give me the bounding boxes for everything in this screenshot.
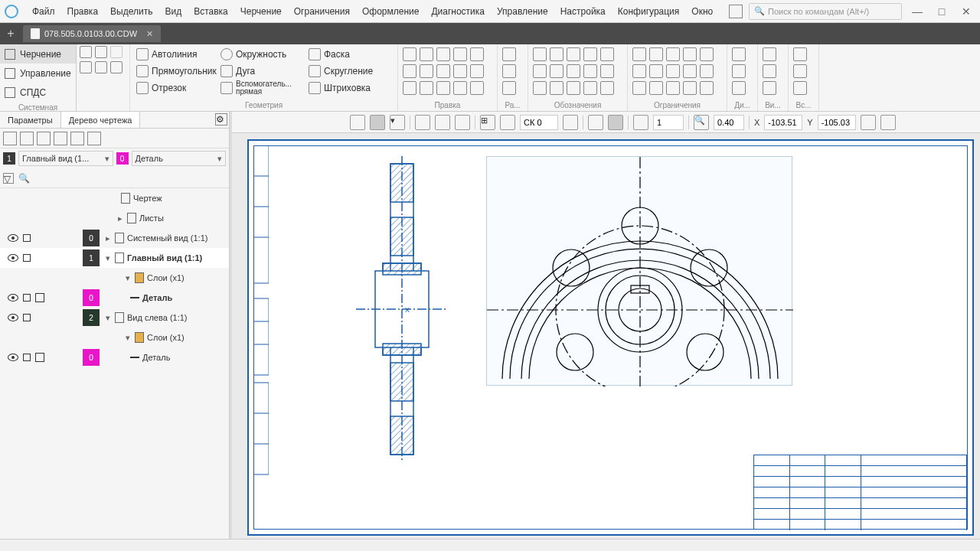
open-file-icon[interactable] (95, 46, 107, 58)
annot-tool-icon[interactable] (600, 64, 614, 78)
print-icon[interactable] (80, 61, 92, 73)
insert-tool-icon[interactable] (793, 47, 807, 61)
view-tool-icon[interactable] (763, 47, 776, 61)
menu-config[interactable]: Конфигурация (612, 3, 686, 20)
menu-diag[interactable]: Диагностика (425, 3, 491, 20)
sidebar-tab-params[interactable]: Параметры (0, 112, 61, 128)
edit-tool-icon[interactable] (403, 47, 416, 61)
annot-tool-icon[interactable] (600, 81, 614, 95)
annot-tool-icon[interactable] (567, 64, 580, 78)
expand-icon[interactable]: ▾ (124, 333, 132, 343)
eyedropper-icon[interactable] (880, 115, 896, 130)
drawing-canvas[interactable]: X (232, 133, 980, 551)
brush-mode-icon[interactable] (370, 115, 385, 130)
save-icon[interactable] (110, 46, 122, 58)
tab-close-button[interactable]: ✕ (146, 29, 153, 39)
sidebar-settings-icon[interactable]: ⚙ (215, 113, 227, 126)
ribbon-tab-drawing[interactable]: Черчение (0, 44, 76, 64)
annot-tool-icon[interactable] (550, 47, 564, 61)
edit-tool-icon[interactable] (403, 81, 416, 95)
edit-tool-icon[interactable] (436, 47, 450, 61)
maximize-button[interactable]: □ (933, 2, 951, 21)
constr-tool-icon[interactable] (666, 47, 680, 61)
tree-node-leftview[interactable]: 2 ▾Вид слева (1:1) (0, 308, 229, 328)
tree-node-sysview[interactable]: 0 ▸Системный вид (1:1) (0, 228, 229, 248)
constr-tool-icon[interactable] (683, 81, 697, 95)
cs-select[interactable] (520, 115, 558, 130)
tree-tool-icon[interactable] (54, 132, 67, 145)
scale-input[interactable] (653, 115, 684, 130)
snap-toggle-icon[interactable] (415, 115, 430, 130)
fillet-button[interactable]: Скругление (305, 63, 376, 80)
visibility-icon[interactable] (8, 354, 18, 361)
lock-icon[interactable] (23, 314, 31, 321)
constr-tool-icon[interactable] (700, 47, 714, 61)
constr-tool-icon[interactable] (700, 64, 714, 78)
annot-tool-icon[interactable] (583, 81, 597, 95)
close-button[interactable]: ✕ (957, 2, 975, 21)
constr-tool-icon[interactable] (649, 47, 663, 61)
measure-icon[interactable] (861, 115, 876, 130)
props-icon[interactable] (110, 61, 122, 73)
edit-tool-icon[interactable] (453, 81, 467, 95)
print-icon[interactable] (35, 293, 44, 302)
snap-toggle-icon[interactable] (435, 115, 450, 130)
layer-select[interactable]: Деталь (132, 151, 227, 166)
menu-draw[interactable]: Черчение (234, 3, 288, 20)
command-search-input[interactable]: 🔍 Поиск по командам (Alt+/) (749, 3, 902, 20)
annot-tool-icon[interactable] (600, 47, 614, 61)
menu-insert[interactable]: Вставка (188, 3, 234, 20)
auxline-button[interactable]: Вспомогатель... прямая (217, 80, 305, 96)
add-tab-button[interactable]: + (3, 26, 18, 41)
lock-icon[interactable] (23, 234, 31, 242)
expand-icon[interactable]: ▸ (104, 233, 112, 243)
constr-tool-icon[interactable] (649, 81, 663, 95)
dropdown-icon[interactable]: ▾ (390, 115, 405, 130)
ortho2-icon[interactable] (608, 115, 623, 130)
tree-tool-icon[interactable] (87, 132, 101, 145)
edit-tool-icon[interactable] (436, 81, 450, 95)
diag-tool-icon[interactable] (732, 47, 746, 61)
tree-node-detail[interactable]: 0 Деталь (0, 347, 229, 367)
arc-button[interactable]: Дуга (217, 63, 305, 80)
expand-icon[interactable]: ▾ (104, 253, 112, 263)
constr-tool-icon[interactable] (632, 47, 646, 61)
menu-window[interactable]: Окно (685, 3, 719, 20)
cs-icon[interactable] (500, 115, 515, 130)
annot-tool-icon[interactable] (533, 81, 547, 95)
grid-icon[interactable]: ⊞ (480, 115, 495, 130)
view-select[interactable]: Главный вид (1... (18, 151, 113, 166)
expand-icon[interactable]: ▾ (124, 273, 132, 283)
insert-tool-icon[interactable] (793, 81, 807, 95)
annot-tool-icon[interactable] (567, 47, 580, 61)
edit-tool-icon[interactable] (453, 47, 467, 61)
zoom-input[interactable] (714, 115, 744, 130)
constr-tool-icon[interactable] (632, 81, 646, 95)
filter-icon[interactable]: ▽ (3, 173, 14, 184)
preview-icon[interactable] (95, 61, 107, 73)
edit-tool-icon[interactable] (420, 64, 433, 78)
cs-edit-icon[interactable] (563, 115, 578, 130)
zoom-icon[interactable]: 🔍 (694, 115, 709, 130)
visibility-icon[interactable] (8, 314, 18, 321)
constr-tool-icon[interactable] (632, 64, 646, 78)
tree-node-root[interactable]: Чертеж (0, 188, 229, 208)
tree-tool-icon[interactable] (3, 132, 17, 145)
constr-tool-icon[interactable] (666, 81, 680, 95)
edit-tool-icon[interactable] (403, 64, 416, 78)
tree-node-layers[interactable]: ▾Слои (x1) (0, 268, 229, 288)
tree-node-mainview[interactable]: 1 ▾Главный вид (1:1) (0, 248, 229, 268)
view-tool-icon[interactable] (763, 64, 776, 78)
edit-tool-icon[interactable] (470, 64, 484, 78)
new-file-icon[interactable] (80, 46, 92, 58)
ribbon-tab-manage[interactable]: Управление (0, 64, 76, 83)
insert-tool-icon[interactable] (793, 64, 807, 78)
dim-tool-icon[interactable] (502, 64, 516, 78)
hatch-button[interactable]: Штриховка (305, 80, 374, 96)
view-tool-icon[interactable] (763, 81, 776, 95)
annot-tool-icon[interactable] (567, 81, 580, 95)
expand-icon[interactable]: ▾ (104, 313, 112, 323)
constr-tool-icon[interactable] (683, 47, 697, 61)
edit-tool-icon[interactable] (453, 64, 467, 78)
menu-select[interactable]: Выделить (104, 3, 158, 20)
